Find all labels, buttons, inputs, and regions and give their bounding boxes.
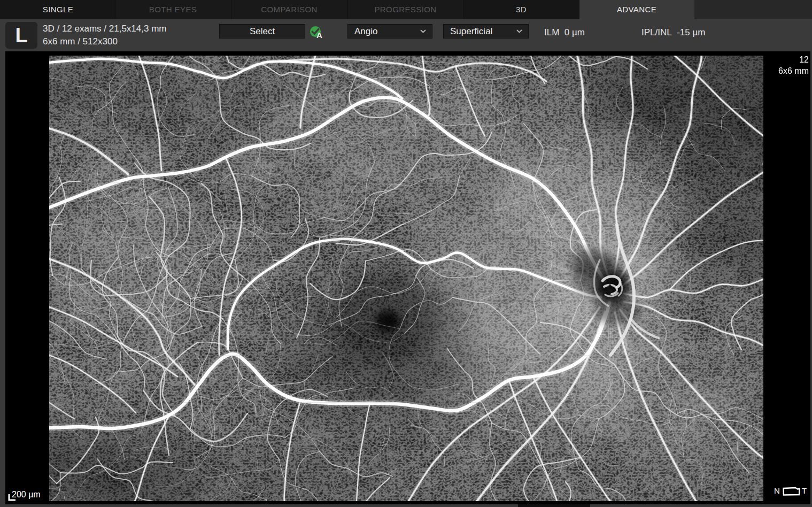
svg-text:A: A [316,30,322,40]
